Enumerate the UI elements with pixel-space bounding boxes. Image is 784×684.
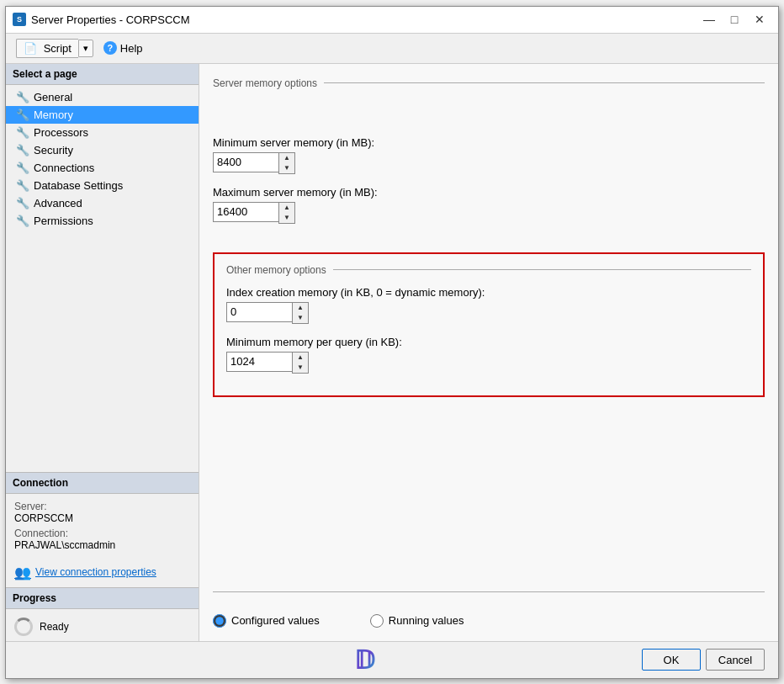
sidebar-item-database-settings[interactable]: 🔧 Database Settings [6, 177, 199, 194]
max-memory-down[interactable]: ▼ [279, 213, 294, 223]
index-memory-down[interactable]: ▼ [293, 313, 308, 323]
nav-icon-database-settings: 🔧 [16, 179, 29, 192]
min-memory-spinner: ▲ ▼ [213, 152, 297, 174]
content-area: Select a page 🔧 General 🔧 Memory 🔧 Proce… [6, 64, 778, 641]
configured-values-option[interactable]: Configured values [213, 614, 320, 628]
min-query-label: Minimum memory per query (in KB): [226, 336, 751, 348]
connection-label: Connection: [14, 528, 190, 539]
min-query-input[interactable] [226, 352, 292, 372]
main-window: S Server Properties - CORPSCCM — □ ✕ 📄 S… [5, 6, 779, 679]
close-button[interactable]: ✕ [748, 9, 771, 29]
sidebar-label-permissions: Permissions [34, 215, 93, 227]
sidebar-label-memory: Memory [34, 109, 73, 121]
min-memory-up[interactable]: ▲ [279, 153, 294, 163]
select-page-header: Select a page [6, 64, 199, 85]
running-values-radio[interactable] [370, 614, 384, 628]
view-connection-link[interactable]: 👥 View connection properties [6, 561, 199, 587]
maximize-button[interactable]: □ [723, 9, 746, 29]
help-icon: ? [103, 41, 117, 55]
svg-text:𝔻: 𝔻 [354, 646, 375, 674]
nav-icon-memory: 🔧 [16, 109, 29, 121]
sidebar-item-processors[interactable]: 🔧 Processors [6, 124, 199, 141]
sidebar: Select a page 🔧 General 🔧 Memory 🔧 Proce… [6, 64, 199, 641]
progress-info: Ready [6, 609, 199, 641]
min-memory-label: Minimum server memory (in MB): [213, 136, 765, 149]
sidebar-label-general: General [34, 91, 72, 103]
sidebar-item-memory[interactable]: 🔧 Memory [6, 106, 199, 124]
server-label: Server: [14, 501, 190, 512]
progress-status: Ready [40, 621, 69, 633]
index-memory-arrows: ▲ ▼ [292, 302, 309, 324]
min-memory-input[interactable] [213, 152, 278, 172]
connection-header: Connection [6, 473, 199, 494]
window-controls: — □ ✕ [697, 9, 771, 29]
max-memory-group: Maximum server memory (in MB): ▲ ▼ [213, 186, 765, 224]
watermark: 𝔻 [87, 642, 642, 677]
nav-icon-advanced: 🔧 [16, 197, 29, 209]
cancel-button[interactable]: Cancel [706, 649, 765, 671]
sidebar-item-permissions[interactable]: 🔧 Permissions [6, 212, 199, 230]
sidebar-label-advanced: Advanced [34, 197, 82, 209]
app-icon: S [13, 13, 26, 26]
sidebar-nav: 🔧 General 🔧 Memory 🔧 Processors 🔧 Securi… [6, 85, 199, 472]
server-value: CORPSCCM [14, 512, 190, 524]
index-memory-up[interactable]: ▲ [293, 303, 308, 313]
min-query-group: Minimum memory per query (in KB): ▲ ▼ [226, 336, 751, 374]
sidebar-label-security: Security [34, 144, 73, 156]
running-values-option[interactable]: Running values [370, 614, 464, 628]
min-memory-down[interactable]: ▼ [279, 163, 294, 173]
sidebar-label-processors: Processors [34, 126, 88, 139]
other-memory-box: Other memory options Index creation memo… [213, 252, 765, 397]
sidebar-label-database-settings: Database Settings [34, 179, 123, 192]
min-memory-arrows: ▲ ▼ [278, 152, 295, 174]
sidebar-item-general[interactable]: 🔧 General [6, 88, 199, 106]
server-memory-divider: Server memory options [213, 77, 765, 89]
nav-icon-general: 🔧 [16, 91, 29, 103]
radio-divider [213, 591, 765, 592]
nav-icon-connections: 🔧 [16, 162, 29, 174]
configured-values-radio[interactable] [213, 614, 226, 628]
toolbar: 📄 Script ▾ ? Help [6, 34, 778, 64]
max-memory-arrows: ▲ ▼ [278, 202, 295, 224]
sidebar-item-advanced[interactable]: 🔧 Advanced [6, 194, 199, 212]
help-button[interactable]: ? Help [97, 39, 150, 57]
running-values-label: Running values [389, 614, 464, 627]
ok-button[interactable]: OK [642, 649, 701, 671]
svg-text:S: S [17, 15, 22, 24]
index-memory-group: Index creation memory (in KB, 0 = dynami… [226, 286, 751, 324]
other-memory-label: Other memory options [226, 264, 326, 276]
max-memory-spinner: ▲ ▼ [213, 202, 297, 224]
min-query-spinner: ▲ ▼ [226, 352, 310, 374]
min-memory-group: Minimum server memory (in MB): ▲ ▼ [213, 136, 765, 174]
max-memory-up[interactable]: ▲ [279, 203, 294, 213]
max-memory-input[interactable] [213, 202, 278, 222]
progress-row: Ready [14, 618, 190, 636]
connection-info: Server: CORPSCCM Connection: PRAJWAL\scc… [6, 494, 199, 561]
index-memory-spinner: ▲ ▼ [226, 302, 310, 324]
script-arrow[interactable]: ▾ [78, 40, 93, 57]
minimize-button[interactable]: — [697, 9, 721, 29]
sidebar-item-security[interactable]: 🔧 Security [6, 141, 199, 159]
progress-header: Progress [6, 588, 199, 609]
window-title: Server Properties - CORPSCCM [31, 13, 697, 26]
index-memory-input[interactable] [226, 302, 292, 322]
script-icon: 📄 [24, 42, 37, 55]
connection-section: Connection Server: CORPSCCM Connection: … [6, 472, 199, 587]
connection-icon: 👥 [14, 565, 31, 581]
min-query-down[interactable]: ▼ [293, 363, 308, 373]
script-button[interactable]: 📄 Script [16, 39, 78, 58]
server-memory-label: Server memory options [213, 77, 317, 89]
min-query-up[interactable]: ▲ [293, 353, 308, 363]
sidebar-label-connections: Connections [34, 162, 94, 174]
index-memory-label: Index creation memory (in KB, 0 = dynami… [226, 286, 751, 299]
script-dropdown[interactable]: 📄 Script ▾ [16, 39, 93, 58]
min-query-arrows: ▲ ▼ [292, 352, 309, 374]
divider-line-1 [324, 82, 765, 83]
progress-section: Progress Ready [6, 587, 199, 641]
watermark-logo: 𝔻 [347, 642, 382, 677]
nav-icon-permissions: 🔧 [16, 215, 29, 227]
configured-values-label: Configured values [231, 614, 320, 627]
sidebar-item-connections[interactable]: 🔧 Connections [6, 159, 199, 177]
title-bar: S Server Properties - CORPSCCM — □ ✕ [6, 7, 778, 34]
radio-group: Configured values Running values [213, 606, 765, 628]
